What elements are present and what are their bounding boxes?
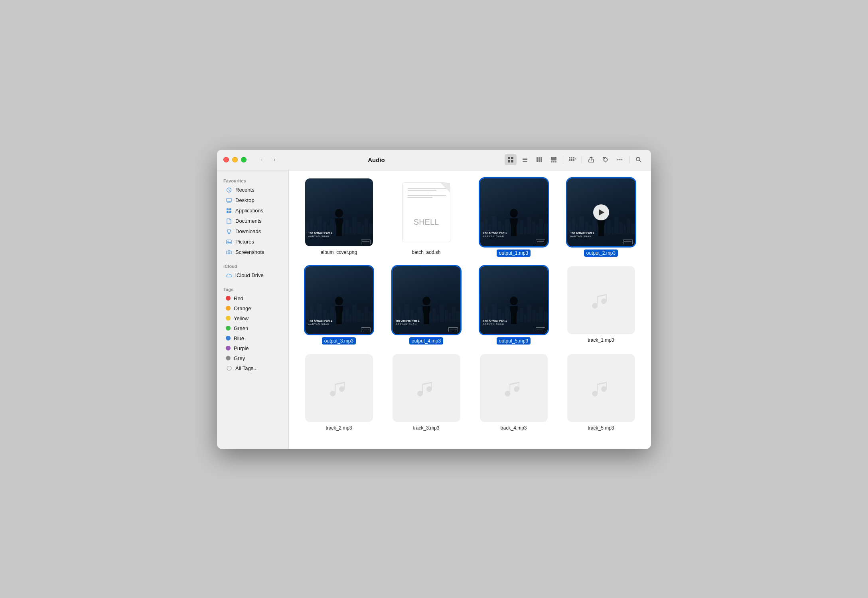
sidebar-item-tag-orange[interactable]: Orange bbox=[219, 303, 286, 313]
audio-icon-track-3 bbox=[393, 354, 460, 422]
sidebar-item-pictures[interactable]: Pictures bbox=[219, 237, 286, 247]
sidebar-item-all-tags[interactable]: All Tags... bbox=[219, 363, 286, 374]
svg-rect-18 bbox=[571, 159, 572, 161]
sidebar-item-icloud-drive[interactable]: iCloud Drive bbox=[219, 270, 286, 281]
group-by-button[interactable] bbox=[566, 154, 578, 165]
album-title-o2: The Arrival: Part 1 bbox=[570, 231, 632, 235]
svg-rect-4 bbox=[523, 158, 527, 158]
more-button[interactable] bbox=[614, 154, 626, 165]
blue-tag-dot bbox=[226, 336, 231, 341]
sidebar-item-tag-green[interactable]: Green bbox=[219, 323, 286, 333]
file-item-track-4[interactable]: track_4.mp3 bbox=[473, 354, 554, 431]
sidebar-item-downloads[interactable]: Downloads bbox=[219, 226, 286, 237]
tag-button[interactable] bbox=[600, 154, 612, 165]
shell-label: SHELL bbox=[414, 218, 439, 227]
tags-header: Tags bbox=[217, 284, 288, 293]
svg-rect-32 bbox=[227, 208, 229, 210]
tag-label-purple: Purple bbox=[234, 345, 249, 351]
file-item-track-1[interactable]: track_1.mp3 bbox=[560, 266, 641, 345]
file-thumb-track-5 bbox=[567, 354, 635, 422]
file-name-track-2: track_2.mp3 bbox=[326, 425, 352, 431]
svg-point-41 bbox=[227, 366, 231, 370]
sidebar-item-screenshots[interactable]: Screenshots bbox=[219, 247, 286, 257]
all-tags-icon bbox=[226, 365, 232, 372]
main-content: Favourites Recents bbox=[217, 170, 651, 449]
grey-tag-dot bbox=[226, 356, 231, 360]
file-name-track-1: track_1.mp3 bbox=[588, 337, 614, 343]
search-button[interactable] bbox=[633, 154, 645, 165]
pictures-icon bbox=[226, 239, 232, 245]
tag-label-yellow: Yellow bbox=[234, 315, 249, 321]
green-tag-dot bbox=[226, 326, 231, 331]
svg-point-39 bbox=[227, 241, 228, 242]
file-item-track-5[interactable]: track_5.mp3 bbox=[560, 354, 641, 431]
album-art-output-3: The Arrival: Part 1 AARYAN SHAH bbox=[305, 266, 373, 334]
play-triangle-icon bbox=[599, 209, 604, 216]
close-button[interactable] bbox=[223, 157, 229, 162]
share-button[interactable] bbox=[585, 154, 597, 165]
album-art-output-2: The Arrival: Part 1 AARYAN SHAH bbox=[567, 178, 635, 246]
file-name-batch-add: batch_add.sh bbox=[412, 249, 440, 255]
titlebar: ‹ › Audio bbox=[217, 150, 651, 170]
album-art-thumbnail: The Arrival: Part 1 AARYAN SHAH bbox=[305, 178, 373, 246]
minimize-button[interactable] bbox=[232, 157, 238, 162]
file-thumb-output-1: The Arrival: Part 1 AARYAN SHAH bbox=[480, 178, 548, 246]
svg-point-24 bbox=[621, 159, 623, 160]
svg-rect-34 bbox=[227, 211, 229, 213]
sidebar-item-tag-purple[interactable]: Purple bbox=[219, 343, 286, 353]
svg-rect-16 bbox=[573, 157, 574, 158]
album-title-o3: The Arrival: Part 1 bbox=[308, 319, 370, 323]
separator2 bbox=[582, 156, 582, 163]
view-list-button[interactable] bbox=[519, 154, 531, 165]
sidebar-item-label: Screenshots bbox=[235, 249, 264, 255]
icloud-header: iCloud bbox=[217, 261, 288, 270]
play-button-overlay[interactable] bbox=[593, 204, 609, 220]
sidebar-item-label: Applications bbox=[235, 208, 263, 214]
documents-icon bbox=[226, 218, 232, 224]
fullscreen-button[interactable] bbox=[241, 157, 247, 162]
applications-icon bbox=[226, 208, 232, 214]
file-item-output-3[interactable]: The Arrival: Part 1 AARYAN SHAH output_3… bbox=[298, 266, 379, 345]
file-thumb-track-3 bbox=[393, 354, 460, 422]
file-item-album-cover[interactable]: The Arrival: Part 1 AARYAN SHAH album_co… bbox=[298, 178, 379, 257]
file-item-output-1[interactable]: The Arrival: Part 1 AARYAN SHAH output_1… bbox=[473, 178, 554, 257]
file-thumb-track-2 bbox=[305, 354, 373, 422]
tag-label-green: Green bbox=[234, 325, 248, 331]
sidebar-item-documents[interactable]: Documents bbox=[219, 216, 286, 226]
tag-label-red: Red bbox=[234, 295, 243, 301]
file-thumb-batch-add: SHELL bbox=[393, 178, 460, 246]
svg-rect-10 bbox=[551, 157, 556, 160]
svg-rect-12 bbox=[553, 161, 554, 162]
svg-rect-33 bbox=[229, 208, 231, 210]
svg-rect-15 bbox=[571, 157, 572, 158]
file-item-batch-add[interactable]: SHELL batch_add.sh bbox=[386, 178, 467, 257]
svg-rect-8 bbox=[539, 157, 540, 162]
sidebar-item-tag-yellow[interactable]: Yellow bbox=[219, 313, 286, 323]
view-columns-button[interactable] bbox=[533, 154, 545, 165]
view-gallery-button[interactable] bbox=[548, 154, 560, 165]
file-item-output-2[interactable]: The Arrival: Part 1 AARYAN SHAH bbox=[560, 178, 641, 257]
sidebar-item-tag-grey[interactable]: Grey bbox=[219, 353, 286, 363]
sidebar-item-recents[interactable]: Recents bbox=[219, 185, 286, 195]
file-item-track-2[interactable]: track_2.mp3 bbox=[298, 354, 379, 431]
file-thumb-track-1 bbox=[567, 266, 635, 334]
sidebar-item-applications[interactable]: Applications bbox=[219, 206, 286, 216]
file-thumb-output-2: The Arrival: Part 1 AARYAN SHAH bbox=[567, 178, 635, 246]
svg-rect-35 bbox=[229, 211, 231, 213]
file-item-output-4[interactable]: The Arrival: Part 1 AARYAN SHAH output_4… bbox=[386, 266, 467, 345]
svg-rect-6 bbox=[523, 161, 527, 162]
svg-point-22 bbox=[617, 159, 619, 160]
view-grid-button[interactable] bbox=[505, 154, 517, 165]
svg-point-58 bbox=[335, 209, 343, 218]
album-title-o1: The Arrival: Part 1 bbox=[483, 231, 544, 235]
purple-tag-dot bbox=[226, 346, 231, 350]
toolbar-right bbox=[505, 154, 645, 165]
file-item-output-5[interactable]: The Arrival: Part 1 AARYAN SHAH output_5… bbox=[473, 266, 554, 345]
svg-point-143 bbox=[510, 297, 518, 305]
file-item-track-3[interactable]: track_3.mp3 bbox=[386, 354, 467, 431]
sidebar-item-desktop[interactable]: Desktop bbox=[219, 195, 286, 206]
separator3 bbox=[629, 156, 629, 163]
file-grid: The Arrival: Part 1 AARYAN SHAH album_co… bbox=[298, 178, 641, 431]
sidebar-item-tag-red[interactable]: Red bbox=[219, 293, 286, 303]
sidebar-item-tag-blue[interactable]: Blue bbox=[219, 333, 286, 343]
